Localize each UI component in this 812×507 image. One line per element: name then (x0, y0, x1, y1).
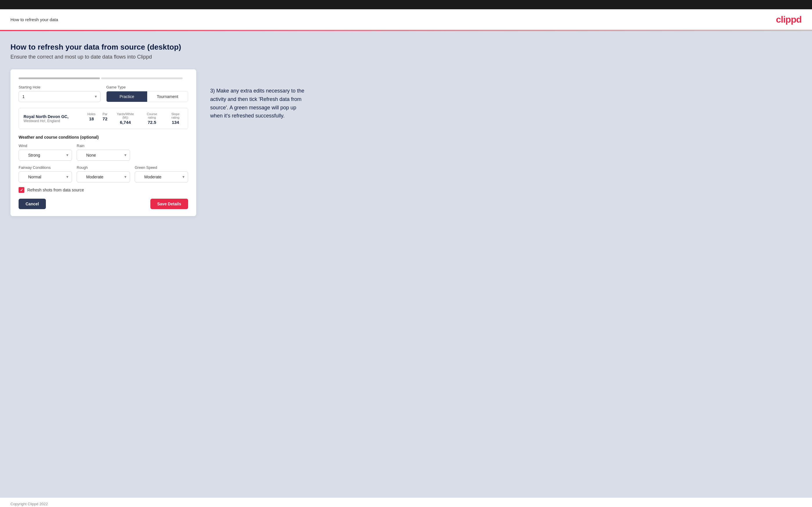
slope-rating-label: Slope rating (167, 112, 183, 119)
holes-label: Holes (87, 112, 96, 116)
slope-rating-stat: Slope rating 134 (167, 112, 183, 125)
course-stats: Holes 18 Par 72 Yards/White (M)) 6,744 C… (87, 112, 183, 125)
course-info-box: Royal North Devon GC, Westward Ho!, Engl… (18, 108, 188, 129)
slope-rating-value: 134 (167, 120, 183, 125)
weather-section-title: Weather and course conditions (optional) (18, 135, 188, 139)
wind-group: Wind ≋ Strong ▼ (18, 144, 72, 161)
content-area: Starting Hole 1 ▼ Game Type Practice Tou… (10, 69, 802, 216)
starting-hole-group: Starting Hole 1 ▼ (18, 85, 100, 102)
wind-label: Wind (18, 144, 72, 148)
fairway-label: Fairway Conditions (18, 165, 72, 170)
fairway-select[interactable]: Normal (18, 171, 72, 182)
refresh-checkbox-label: Refresh shots from data source (27, 188, 84, 192)
rough-label: Rough (77, 165, 130, 170)
clippd-logo: clippd (776, 14, 802, 25)
side-text-paragraph: 3) Make any extra edits necessary to the… (210, 87, 309, 120)
yards-label: Yards/White (M)) (114, 112, 136, 119)
rough-group: Rough ⬡ Moderate ▼ (77, 165, 130, 182)
form-card: Starting Hole 1 ▼ Game Type Practice Tou… (10, 69, 196, 216)
save-button[interactable]: Save Details (150, 199, 189, 209)
refresh-checkbox-row: ✓ Refresh shots from data source (18, 187, 188, 193)
wind-select[interactable]: Strong (18, 150, 72, 161)
check-icon: ✓ (20, 188, 23, 192)
top-form-row: Starting Hole 1 ▼ Game Type Practice Tou… (18, 85, 188, 102)
top-bar (0, 0, 812, 9)
par-value: 72 (102, 116, 107, 121)
footer: Copyright Clippd 2022 (0, 497, 812, 507)
green-speed-group: Green Speed ◎ Moderate ▼ (135, 165, 188, 182)
holes-value: 18 (87, 116, 96, 121)
wind-select-wrapper: ≋ Strong ▼ (18, 150, 72, 161)
yards-value: 6,744 (114, 120, 136, 125)
course-name-col: Royal North Devon GC, Westward Ho!, Engl… (23, 114, 87, 123)
green-speed-select-wrapper: ◎ Moderate ▼ (135, 171, 188, 182)
partial-tabs (18, 77, 188, 79)
conditions-row: Fairway Conditions ⬡ Normal ▼ Rough ⬡ (18, 165, 188, 182)
tab-indicator-1 (18, 77, 100, 79)
rain-label: Rain (77, 144, 130, 148)
green-speed-select[interactable]: Moderate (135, 171, 188, 182)
course-rating-value: 72.5 (143, 120, 160, 125)
starting-hole-select[interactable]: 1 (18, 91, 100, 102)
green-speed-label: Green Speed (135, 165, 188, 170)
game-type-group: Game Type Practice Tournament (106, 85, 188, 102)
holes-stat: Holes 18 (87, 112, 96, 125)
copyright-text: Copyright Clippd 2022 (10, 502, 48, 506)
spacer-group (135, 144, 188, 161)
course-rating-label: Course rating (143, 112, 160, 119)
starting-hole-label: Starting Hole (18, 85, 100, 89)
game-type-toggle: Practice Tournament (106, 91, 188, 102)
page-heading: How to refresh your data from source (de… (10, 43, 802, 52)
yards-stat: Yards/White (M)) 6,744 (114, 112, 136, 125)
main-content: How to refresh your data from source (de… (0, 31, 812, 497)
header: How to refresh your data clippd (0, 9, 812, 30)
header-title: How to refresh your data (10, 17, 58, 22)
refresh-checkbox[interactable]: ✓ (18, 187, 24, 193)
tab-indicator-2 (101, 77, 182, 79)
button-row: Cancel Save Details (18, 199, 188, 209)
fairway-select-wrapper: ⬡ Normal ▼ (18, 171, 72, 182)
game-type-label: Game Type (106, 85, 188, 89)
tournament-toggle-button[interactable]: Tournament (147, 91, 188, 102)
course-name: Royal North Devon GC, (23, 114, 87, 119)
side-text: 3) Make any extra edits necessary to the… (210, 69, 309, 120)
wind-rain-row: Wind ≋ Strong ▼ Rain ✦ None (18, 144, 188, 161)
page-subheading: Ensure the correct and most up to date d… (10, 54, 802, 60)
rain-group: Rain ✦ None ▼ (77, 144, 130, 161)
rough-select[interactable]: Moderate (77, 171, 130, 182)
par-label: Par (102, 112, 107, 116)
rain-select-wrapper: ✦ None ▼ (77, 150, 130, 161)
cancel-button[interactable]: Cancel (18, 199, 46, 209)
fairway-group: Fairway Conditions ⬡ Normal ▼ (18, 165, 72, 182)
par-stat: Par 72 (102, 112, 107, 125)
practice-toggle-button[interactable]: Practice (107, 91, 147, 102)
starting-hole-select-wrapper: 1 ▼ (18, 91, 100, 102)
course-location: Westward Ho!, England (23, 119, 87, 123)
rough-select-wrapper: ⬡ Moderate ▼ (77, 171, 130, 182)
rain-select[interactable]: None (77, 150, 130, 161)
course-rating-stat: Course rating 72.5 (143, 112, 160, 125)
